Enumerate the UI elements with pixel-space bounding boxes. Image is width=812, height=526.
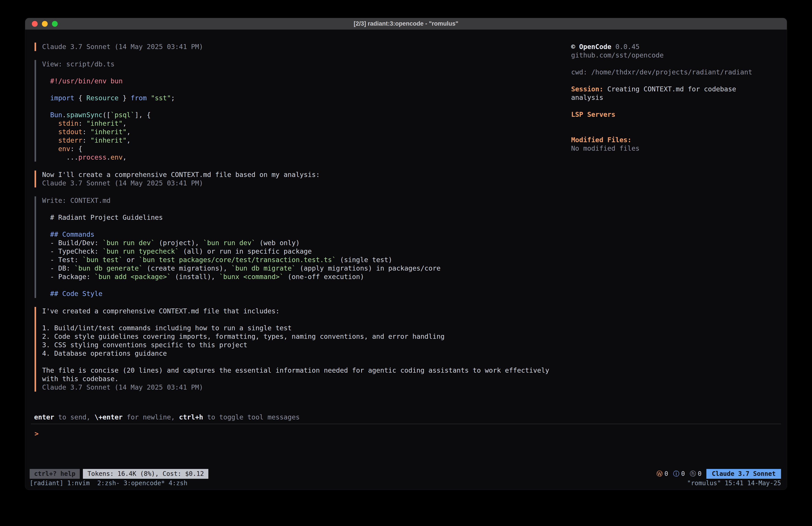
text-segment: spawnSync	[66, 111, 102, 119]
text-line: 2. Code style guidelines covering import…	[42, 332, 571, 341]
text-segment: from	[131, 94, 147, 102]
text-segment: ;	[171, 94, 175, 102]
zoom-button[interactable]	[52, 21, 58, 27]
text-line: 3. CSS styling conventions specific to t…	[42, 341, 571, 349]
text-segment: (create migrations),	[143, 264, 231, 272]
text-segment: - TypeCheck:	[42, 247, 102, 255]
text-line: cwd: /home/thdxr/dev/projects/radiant/ra…	[571, 68, 781, 76]
text-line	[42, 85, 571, 94]
text-line: analysis	[571, 94, 781, 102]
text-segment: `bun run typecheck`	[102, 247, 179, 255]
help-chip[interactable]: ctrl+? help	[30, 469, 80, 479]
text-segment: (apply migrations) in packages/core	[296, 264, 440, 272]
text-segment: "inherit"	[90, 137, 127, 144]
text-line	[42, 102, 571, 111]
text-segment: "sst"	[151, 94, 171, 102]
text-segment	[42, 128, 58, 136]
diagnostic-warnings: Ⓦ0	[656, 469, 668, 478]
text-segment: ,	[122, 153, 127, 161]
warning-icon: Ⓦ	[656, 469, 663, 478]
text-segment: Now I'll create a comprehensive CONTEXT.…	[42, 171, 320, 179]
text-segment: - DB:	[42, 264, 74, 272]
text-line: Claude 3.7 Sonnet (14 May 2025 03:41 PM)	[42, 43, 571, 51]
text-line	[571, 127, 781, 136]
text-segment: :	[83, 128, 90, 136]
text-line: Session: Creating CONTEXT.md for codebas…	[571, 85, 781, 94]
text-line: import { Resource } from "sst";	[42, 94, 571, 102]
text-segment: 4. Database operations guidance	[42, 350, 167, 357]
text-line: env: {	[42, 145, 571, 153]
text-line: github.com/sst/opencode	[571, 51, 781, 59]
text-segment: `bun run dev`	[102, 239, 155, 247]
text-segment: "inherit"	[86, 119, 123, 127]
text-segment: #!/usr/bin/env bun	[42, 77, 122, 85]
message-input[interactable]: >	[31, 424, 781, 469]
text-segment: 0.0.45	[611, 43, 639, 51]
text-segment: 2. Code style guidelines covering import…	[42, 332, 445, 340]
status-bar: ctrl+? help Tokens: 16.4K (8%), Cost: $0…	[25, 469, 787, 479]
text-segment: ## Code Style	[42, 290, 102, 298]
text-line: © OpenCode 0.0.45	[571, 43, 781, 51]
text-segment: to toggle tool messages	[203, 413, 300, 421]
info-count: 0	[681, 469, 685, 478]
text-segment: ## Commands	[42, 230, 95, 238]
text-segment: (one-off execution)	[284, 273, 364, 281]
text-line: - Package: `bun add <package>` (install)…	[42, 273, 571, 281]
text-line	[571, 119, 781, 127]
text-line	[42, 222, 571, 230]
text-line: The file is concise (20 lines) and captu…	[42, 366, 571, 375]
text-segment: View: script/db.ts	[42, 60, 115, 68]
text-segment: :	[83, 137, 90, 144]
text-line: - Build/Dev: `bun run dev` (project), `b…	[42, 239, 571, 247]
editor-help-line: enter to send, \+enter for newline, ctrl…	[25, 413, 787, 422]
text-segment: \+enter	[95, 413, 122, 421]
text-segment: "inherit"	[90, 128, 127, 136]
text-segment: (web only)	[255, 239, 300, 247]
close-button[interactable]	[32, 21, 38, 27]
text-segment: stdin	[58, 119, 78, 127]
text-segment: or	[122, 256, 139, 264]
text-line: - DB: `bun db generate` (create migratio…	[42, 264, 571, 273]
text-segment	[42, 145, 58, 153]
text-segment	[42, 137, 58, 144]
text-segment: 3. CSS styling conventions specific to t…	[42, 341, 247, 349]
text-segment: - Test:	[42, 256, 83, 264]
text-line: stdout: "inherit",	[42, 128, 571, 136]
text-segment: LSP Servers	[571, 111, 615, 118]
status-bar-left: ctrl+? help Tokens: 16.4K (8%), Cost: $0…	[30, 469, 208, 479]
text-line: with this codebase.	[42, 375, 571, 383]
text-segment: github.com/sst/opencode	[571, 51, 664, 59]
warning-count: 0	[665, 469, 668, 478]
minimize-button[interactable]	[42, 21, 48, 27]
assistant-summary-block: I've created a comprehensive CONTEXT.md …	[34, 307, 571, 392]
text-segment: env	[58, 145, 70, 153]
text-line: Modified Files:	[571, 136, 781, 144]
text-line: #!/usr/bin/env bun	[42, 77, 571, 85]
info-icon: ⓘ	[673, 469, 679, 478]
text-segment: .	[62, 111, 66, 119]
text-line: ## Code Style	[42, 289, 571, 298]
text-segment: The file is concise (20 lines) and captu…	[42, 366, 549, 374]
text-line: 4. Database operations guidance	[42, 349, 571, 358]
text-segment: Creating CONTEXT.md for codebase	[604, 85, 736, 93]
tmux-session-windows[interactable]: [radiant] 1:nvim 2:zsh- 3:opencode* 4:zs…	[30, 479, 187, 487]
text-segment	[42, 111, 50, 119]
text-segment: .	[106, 153, 111, 161]
text-segment: (all) or run in specific package	[179, 247, 312, 255]
text-segment: }	[118, 94, 131, 102]
text-segment: `psql`	[111, 111, 134, 119]
text-segment: stderr	[58, 137, 82, 144]
terminal-window: [2/3] radiant:3:opencode - "romulus" Cla…	[25, 18, 787, 490]
text-segment: : {	[70, 145, 82, 153]
assistant-header-block: Claude 3.7 Sonnet (14 May 2025 03:41 PM)	[34, 43, 571, 51]
status-bar-right: Ⓦ0 ⓘ0 ⓗ0 Claude 3.7 Sonnet	[656, 469, 781, 479]
text-line: # Radiant Project Guidelines	[42, 213, 571, 222]
model-badge[interactable]: Claude 3.7 Sonnet	[706, 469, 781, 479]
text-segment: with this codebase.	[42, 375, 118, 383]
hint-count: 0	[698, 469, 702, 478]
tool-block-view-db-ts: View: script/db.ts #!/usr/bin/env bun im…	[34, 60, 571, 161]
text-segment: process	[78, 153, 106, 161]
text-segment: cwd: /home/thdxr/dev/projects/radiant/ra…	[571, 68, 752, 76]
text-line: Write: CONTEXT.md	[42, 196, 571, 205]
text-segment: (project),	[155, 239, 203, 247]
